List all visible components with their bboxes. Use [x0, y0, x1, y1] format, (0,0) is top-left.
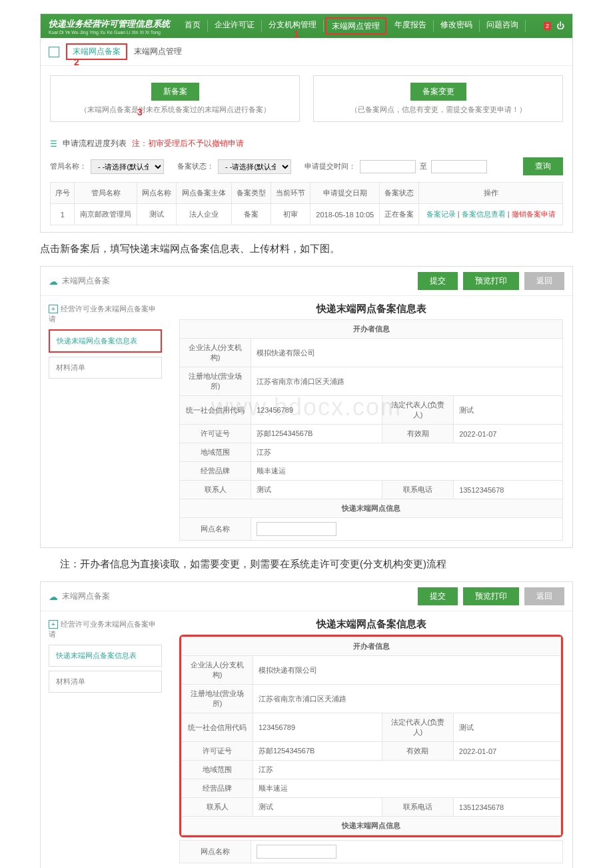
result-table: 序号管局名称网点名称网点备案主体备案类型当前环节申请提交日期备案状态操作 1南京… [50, 182, 563, 225]
nav-terminal[interactable]: 末端网点管理 [325, 17, 386, 35]
back-button[interactable]: 返回 [524, 587, 564, 605]
submit-button[interactable]: 提交 [418, 272, 458, 290]
side-tab-materials[interactable]: 材料清单 [49, 357, 162, 379]
date-to[interactable] [431, 160, 487, 173]
form-title: 快递末端网点备案信息表 [179, 303, 563, 315]
info-table: 开办者信息 企业法人(分支机构)模拟快递有限公司 注册地址(营业场所)江苏省南京… [179, 319, 563, 541]
print-button[interactable]: 预览打印 [463, 587, 519, 605]
annot-3: 3 [137, 107, 143, 117]
search-button[interactable]: 查询 [523, 157, 563, 175]
status-select[interactable]: - -请选择(默认全部)- - [218, 159, 291, 174]
site-name-input[interactable] [257, 845, 336, 859]
table-row: 1南京邮政管理局测试法人企业备案初审2018-05-18 10:05正在备案 备… [51, 204, 563, 225]
list-icon: ☰ [50, 139, 57, 149]
new-filing-button[interactable]: 新备案 [151, 83, 199, 101]
change-filing-button[interactable]: 备案变更 [410, 83, 466, 101]
new-filing-note: （末端网点备案是对未在系统备案过的末端网点进行备案） [60, 105, 290, 115]
nav-items: 首页 企业许可证 分支机构管理 末端网点管理 年度报告 修改密码 问题咨询 [178, 20, 536, 32]
power-icon[interactable]: ⏻ [556, 21, 564, 31]
annot-2: 2 [74, 57, 79, 67]
side-tab-materials[interactable]: 材料清单 [49, 671, 162, 693]
form-header: ☁ 末端网点备案 提交 预览打印 返回 [41, 267, 572, 296]
nav-cert[interactable]: 企业许可证 [208, 20, 262, 32]
nav-faq[interactable]: 问题咨询 [480, 20, 526, 32]
side-tab-form[interactable]: 快递末端网点备案信息表 [49, 645, 162, 667]
side-tab-form[interactable]: 快递末端网点备案信息表 [49, 329, 162, 353]
sidebar: +经营许可业务末端网点备案申请 快递末端网点备案信息表 材料清单 [41, 611, 170, 868]
print-button[interactable]: 预览打印 [463, 272, 519, 290]
nav-report[interactable]: 年度报告 [388, 20, 434, 32]
change-filing-note: （已备案网点，信息有变更，需提交备案变更申请！） [323, 105, 553, 115]
link-record[interactable]: 备案记录 [426, 210, 456, 218]
list-header: ☰ 申请流程进度列表 注：初审受理后不予以撤销申请 [50, 138, 563, 149]
sidebar: +经营许可业务末端网点备案申请 快递末端网点备案信息表 材料清单 [41, 296, 170, 547]
link-cancel[interactable]: 撤销备案申请 [512, 210, 556, 218]
date-from[interactable] [360, 160, 416, 173]
site-name-input[interactable] [257, 522, 336, 536]
form-title: 快递末端网点备案信息表 [179, 618, 563, 631]
crumb-b[interactable]: 末端网点管理 [134, 46, 182, 57]
change-filing-box: 备案变更 （已备案网点，信息有变更，需提交备案变更申请！） [313, 75, 563, 122]
info-table-2: 开办者信息 企业法人(分支机构)模拟快递有限公司 注册地址(营业场所)江苏省南京… [181, 637, 561, 835]
logo: 快递业务经营许可管理信息系统 Kuai Di Ye Wu Jing Ying X… [41, 18, 178, 35]
cloud-icon: ☁ [49, 591, 58, 602]
plus-icon[interactable]: + [49, 305, 58, 313]
back-button[interactable]: 返回 [524, 272, 564, 290]
para-2: 注：开办者信息为直接读取，如需要变更，则需要在系统走许可变更(分支机构变更)流程 [40, 556, 573, 572]
plus-icon[interactable]: + [49, 620, 58, 629]
form-header-2: ☁ 末端网点备案 提交 预览打印 返回 [41, 582, 572, 611]
nav-branch[interactable]: 分支机构管理 [262, 20, 324, 32]
highlight-ring: 开办者信息 企业法人(分支机构)模拟快递有限公司 注册地址(营业场所)江苏省南京… [179, 635, 563, 837]
notif-badge[interactable]: 2 [544, 22, 551, 30]
grid-icon [49, 47, 59, 57]
link-view[interactable]: 备案信息查看 [462, 210, 506, 218]
annot-1: 1 [294, 29, 299, 39]
cloud-icon: ☁ [49, 276, 58, 287]
nav-home[interactable]: 首页 [178, 20, 208, 32]
top-nav: 快递业务经营许可管理信息系统 Kuai Di Ye Wu Jing Ying X… [41, 14, 572, 38]
info-table-2b: 网点名称 [179, 840, 563, 863]
nav-pwd[interactable]: 修改密码 [434, 20, 480, 32]
filter-bar: 管局名称： - -请选择(默认全部)- - 备案状态： - -请选择(默认全部)… [50, 157, 563, 175]
para-1: 点击新备案后，填写快递末端网点备案信息表、上传材料，如下图。 [40, 241, 573, 257]
breadcrumb: 末端网点备案 末端网点管理 [41, 38, 572, 66]
new-filing-box: 新备案 （末端网点备案是对未在系统备案过的末端网点进行备案） 3 [50, 75, 300, 122]
submit-button[interactable]: 提交 [418, 587, 458, 605]
bureau-select[interactable]: - -请选择(默认全部)- - [91, 159, 164, 174]
